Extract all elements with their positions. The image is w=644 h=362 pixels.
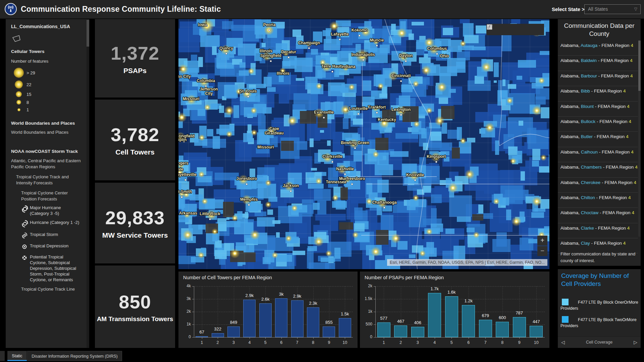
- kpi-psaps-label: PSAPs: [123, 67, 147, 75]
- city-dot: [376, 45, 378, 46]
- layers-icon[interactable]: [521, 24, 531, 35]
- x-tick-label: 2: [394, 340, 408, 345]
- map-attribution: Esri, HERE, Garmin, FAO, NOAA, USGS, EPA…: [387, 259, 547, 266]
- tab-dirs[interactable]: Disaster Information Reporting System (D…: [27, 351, 122, 361]
- city-dot: [246, 183, 248, 185]
- x-tick-label: 5: [445, 340, 458, 345]
- county-row[interactable]: Alabama, Bullock - FEMA Region 4: [558, 117, 638, 132]
- feature-size-row: 22: [11, 79, 81, 90]
- city-dot: [359, 35, 360, 37]
- basemap-gallery-icon[interactable]: [531, 24, 542, 35]
- county-list-scrollbar-thumb[interactable]: [638, 41, 641, 91]
- tower-dot: [460, 137, 466, 144]
- map-canvas[interactable]: IowaPeoriaKokomoLafayetteMuncieChampaign…: [178, 19, 549, 269]
- tower-dot: [332, 194, 339, 201]
- tower-glow-icon: [16, 91, 22, 97]
- tower-dot: [230, 248, 240, 258]
- city-label: Decatur: [281, 50, 296, 54]
- tower-dot: [473, 232, 480, 238]
- bar-value-label: 2.6k: [254, 297, 277, 302]
- x-tick-label: 2: [211, 340, 224, 345]
- header-bar: Communication Response Community Lifelin…: [0, 0, 644, 19]
- zoom-in-button[interactable]: +: [537, 236, 547, 246]
- tower-dot: [435, 116, 445, 126]
- fema-region-number: 4: [627, 226, 630, 231]
- fema-region-number: 4: [635, 165, 638, 170]
- state-dropdown[interactable]: All States ▽: [584, 4, 641, 14]
- city-label: Columbia: [197, 78, 215, 83]
- county-row[interactable]: Alabama, Chilton - FEMA Region 4: [558, 193, 638, 208]
- y-tick-label: 0: [178, 335, 191, 339]
- world-boundaries-sublabel: World Boundaries and Places: [11, 130, 81, 135]
- bar: [513, 317, 526, 337]
- tab-static[interactable]: Static: [7, 351, 27, 361]
- kpi-mw-service-towers-value: 29,833: [105, 207, 165, 229]
- coverage-swatch-icon: [562, 299, 569, 305]
- bar: [291, 300, 304, 337]
- city-dot: [344, 173, 346, 175]
- county-row[interactable]: Alabama, Chambers - FEMA Region 4: [558, 162, 638, 177]
- page-title: Communication Response Community Lifelin…: [21, 0, 221, 18]
- county-row[interactable]: Alabama, Autauga - FEMA Region 4: [558, 41, 638, 56]
- city-dot: [405, 60, 407, 62]
- legend-list-icon[interactable]: [510, 24, 521, 35]
- county-name: Butler: [581, 134, 593, 139]
- county-row[interactable]: Alabama, Calhoun - FEMA Region 4: [558, 147, 638, 162]
- city-label: Joplin: [178, 137, 186, 142]
- bar: [259, 303, 272, 337]
- x-tick-label: 7: [479, 340, 492, 345]
- tower-dot: [287, 116, 298, 126]
- tower-dot: [413, 194, 419, 201]
- storm-legend-row: Potential Tropical Cyclone, Subtropical …: [21, 254, 81, 283]
- storm-legend-label: Tropical Depression: [30, 243, 81, 251]
- bar-value-label: 855: [317, 320, 341, 325]
- pager-prev-icon[interactable]: ◁: [561, 337, 565, 348]
- pager-next-icon[interactable]: ▷: [634, 337, 637, 348]
- county-row[interactable]: Alabama, Barbour - FEMA Region 4: [558, 71, 638, 86]
- tower-dot: [248, 68, 255, 74]
- potential-cyclone-icon: [21, 254, 30, 283]
- x-tick-label: 5: [259, 340, 272, 345]
- sidebar-scrollbar[interactable]: [87, 19, 89, 348]
- storm-symbol-legend: Major Hurricane (Category 3 -5)Hurricane…: [11, 205, 81, 283]
- coverage-map[interactable]: IowaPeoriaKokomoLafayetteMuncieChampaign…: [178, 19, 549, 269]
- tower-dot: [265, 180, 272, 186]
- city-label: Evansville: [314, 110, 334, 115]
- world-boundaries-title: World Boundaries and Places: [11, 121, 81, 126]
- county-row[interactable]: Alabama, Bibb - FEMA Region 4: [558, 86, 638, 101]
- fema-region-number: 4: [630, 73, 633, 78]
- coverage-legend-label: F477 LTE By Block OnerOrMore Providers: [560, 300, 638, 311]
- tower-dot: [532, 196, 542, 206]
- zoom-out-button[interactable]: −: [537, 246, 547, 256]
- bar-value-label: 1.2k: [457, 298, 480, 303]
- county-name: Chambers: [581, 165, 602, 170]
- county-row[interactable]: Alabama, Butler - FEMA Region 4: [558, 132, 638, 147]
- coverage-legend-item: F477 LTE By Block OnerOrMore Providers: [560, 299, 639, 311]
- kpi-mw-service-towers: 29,833 MW Service Towers: [95, 183, 175, 263]
- county-row[interactable]: Alabama, Clarke - FEMA Region 4: [558, 223, 638, 238]
- city-label: Terre Haute: [321, 64, 343, 69]
- county-row[interactable]: Alabama, Baldwin - FEMA Region 4: [558, 56, 638, 71]
- y-tick-label: 1k: [178, 322, 191, 326]
- county-row[interactable]: Alabama, Choctaw - FEMA Region 4: [558, 208, 638, 223]
- tower-dot: [372, 151, 379, 158]
- city-label: Dayton: [399, 53, 413, 58]
- x-tick-label: 9: [322, 340, 336, 345]
- x-tick-label: 4: [243, 340, 256, 345]
- tower-dot: [465, 169, 475, 179]
- home-icon[interactable]: [499, 24, 510, 35]
- kpi-psaps: 1,372 PSAPs: [95, 19, 175, 98]
- y-tick-label: 1.5k: [360, 296, 372, 301]
- chart-title: Number of Cell Towers per FEMA Region: [183, 275, 272, 280]
- county-row[interactable]: Alabama, Cherokee - FEMA Region 4: [558, 178, 638, 193]
- bottom-tab-bar: Static Disaster Information Reporting Sy…: [0, 350, 644, 362]
- state-dropdown-value: All States: [588, 6, 608, 12]
- city-label: Kansas City: [178, 74, 191, 79]
- y-tick-label: 1k: [360, 309, 372, 314]
- county-row[interactable]: Alabama, Blount - FEMA Region 4: [558, 102, 638, 117]
- sidebar-scrollbar-thumb[interactable]: [87, 20, 89, 47]
- tower-dot: [540, 154, 547, 161]
- city-label: St. Louis: [240, 89, 257, 94]
- bar-value-label: 600: [491, 315, 514, 320]
- y-tick-label: 500: [360, 322, 372, 326]
